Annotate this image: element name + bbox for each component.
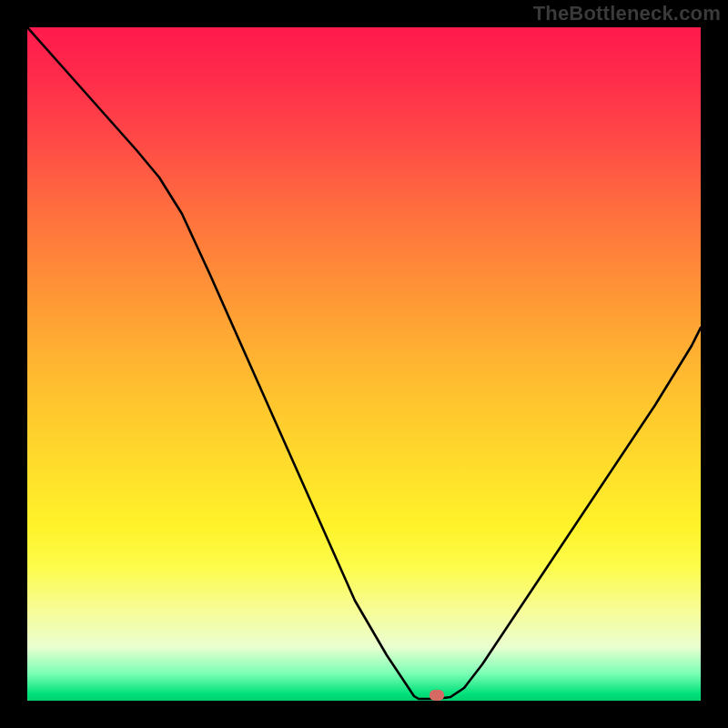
curve-path <box>27 27 701 699</box>
optimal-point-marker <box>430 690 444 701</box>
bottleneck-curve <box>27 27 701 701</box>
watermark-text: TheBottleneck.com <box>533 2 721 25</box>
plot-area <box>27 27 701 701</box>
chart-frame: TheBottleneck.com <box>0 0 728 728</box>
